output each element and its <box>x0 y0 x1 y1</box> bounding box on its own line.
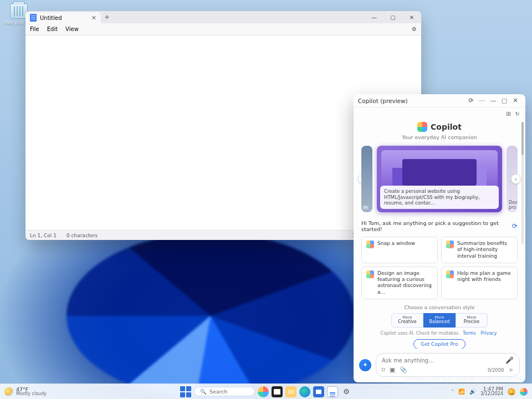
taskbar-search[interactable]: 🔍 Search <box>194 387 255 396</box>
tray-overflow-icon[interactable]: ˄ <box>451 389 454 395</box>
copilot-maximize-button[interactable]: ▢ <box>499 97 510 104</box>
menu-file[interactable]: File <box>30 26 39 32</box>
taskbar-notepad-icon[interactable] <box>327 386 338 397</box>
suggestion-icon <box>366 270 374 278</box>
status-char-count: 0 characters <box>66 233 98 238</box>
carousel-card-left-partial[interactable]: de <box>361 146 372 212</box>
menu-edit[interactable]: Edit <box>47 26 58 32</box>
suggestion-label: Design an image featuring a curious astr… <box>377 270 433 295</box>
suggestion-icon <box>446 241 454 248</box>
carousel-main-caption: Create a personal website using HTML/Jav… <box>380 186 499 209</box>
copilot-minimize-button[interactable]: — <box>488 97 499 104</box>
notepad-menubar: File Edit View ⚙ <box>25 23 421 35</box>
style-name: Precise <box>464 319 479 324</box>
suggestion-carousel: ‹ de Create a personal website using HTM… <box>361 146 518 212</box>
taskbar-copilot-icon[interactable] <box>258 386 269 397</box>
plugins-icon[interactable]: ⊞ <box>506 111 510 117</box>
style-top: More <box>456 316 487 320</box>
notepad-tab-title: Untitled <box>40 15 62 21</box>
weather-icon <box>4 387 13 396</box>
copilot-toolbar: ⊞ ↻ <box>354 108 525 120</box>
notepad-tab[interactable]: Untitled ✕ <box>25 12 101 23</box>
conversation-style-label: Choose a conversation style <box>361 305 518 310</box>
taskbar-center: 🔍 Search <box>180 386 352 397</box>
style-top: More <box>424 316 455 320</box>
carousel-right-peek-text: Des pro <box>509 200 517 210</box>
suggestion-label: Summarize benefits of high-intensity int… <box>457 241 513 259</box>
menu-view[interactable]: View <box>65 26 79 32</box>
style-precise[interactable]: More Precise <box>456 313 488 328</box>
get-copilot-pro-button[interactable]: Get Copilot Pro <box>413 339 466 349</box>
new-topic-button[interactable]: ✦ <box>359 359 371 371</box>
settings-gear-icon[interactable]: ⚙ <box>412 26 417 32</box>
search-icon: 🔍 <box>200 388 207 395</box>
evaluation-watermark: Evaluation copy. Build 26080.ge_release.… <box>405 376 525 381</box>
tray-notifications-icon[interactable]: 🔔 <box>508 388 515 396</box>
more-icon[interactable]: ⋯ <box>477 97 488 104</box>
document-icon <box>30 14 37 22</box>
history-icon[interactable]: ↻ <box>515 111 520 117</box>
tray-wifi-icon[interactable]: 📶 <box>458 388 465 395</box>
suggestion-summarize-hiit[interactable]: Summarize benefits of high-intensity int… <box>441 237 518 263</box>
copilot-subtitle: Your everyday AI companion <box>361 134 518 140</box>
microphone-icon[interactable]: 🎤 <box>505 356 514 364</box>
copilot-titlebar[interactable]: Copilot (preview) ⟳ ⋯ — ▢ ✕ <box>354 94 525 108</box>
copilot-close-button[interactable]: ✕ <box>510 97 521 104</box>
copilot-disclaimer: Copilot uses AI. Check for mistakes. Ter… <box>361 331 518 336</box>
taskbar: 47°F Mostly cloudy 🔍 Search ˄ 📶 🔊 1:47 P… <box>0 383 532 399</box>
carousel-card-main[interactable]: Create a personal website using HTML/Jav… <box>377 146 502 212</box>
add-image-icon[interactable]: ▣ <box>390 366 395 374</box>
carousel-left-peek-text: de <box>363 205 369 210</box>
weather-widget[interactable]: 47°F Mostly cloudy <box>4 387 47 397</box>
suggestion-game-night[interactable]: Help me plan a game night with friends <box>441 267 518 299</box>
copilot-logo: Copilot <box>361 122 518 132</box>
tray-clock[interactable]: 1:47 PM 3/12/2024 <box>480 387 503 396</box>
suggestions-refresh-icon[interactable]: ⟳ <box>512 222 518 230</box>
scrollbar[interactable] <box>521 122 524 244</box>
taskbar-explorer-icon[interactable] <box>285 386 296 397</box>
taskbar-store-icon[interactable] <box>313 386 324 397</box>
terms-link[interactable]: Terms <box>463 331 476 336</box>
suggestion-snap-window[interactable]: Snap a window <box>361 237 438 263</box>
ask-input[interactable] <box>382 357 502 364</box>
style-name: Creative <box>398 319 417 324</box>
suggestion-icon <box>446 270 454 278</box>
suggestion-icon <box>366 241 374 248</box>
ask-input-container: 🎤 ⌑ ▣ 📎 0/2000 ➤ <box>376 353 520 377</box>
new-tab-button[interactable]: ＋ <box>101 11 113 23</box>
send-icon[interactable]: ➤ <box>509 366 514 374</box>
close-tab-icon[interactable]: ✕ <box>91 14 96 22</box>
copilot-brand-text: Copilot <box>431 122 462 131</box>
taskbar-edge-icon[interactable] <box>299 386 310 397</box>
taskbar-taskview-icon[interactable] <box>272 386 283 397</box>
taskbar-settings-icon[interactable] <box>341 386 352 397</box>
tray-volume-icon[interactable]: 🔊 <box>469 388 476 395</box>
carousel-next-button[interactable]: › <box>511 174 521 184</box>
copilot-logo-icon <box>417 122 427 132</box>
disclaimer-text: Copilot uses AI. Check for mistakes. <box>381 331 460 336</box>
tray-copilot-icon[interactable] <box>520 388 528 396</box>
start-button[interactable] <box>180 386 191 397</box>
search-placeholder: Search <box>209 388 228 395</box>
close-window-button[interactable]: ✕ <box>402 11 421 23</box>
attachment-icon[interactable]: 📎 <box>400 366 407 374</box>
copilot-title-text: Copilot (preview) <box>358 98 408 104</box>
refresh-icon[interactable]: ⟳ <box>466 97 477 104</box>
copilot-window: Copilot (preview) ⟳ ⋯ — ▢ ✕ ⊞ ↻ Copilot … <box>354 94 525 382</box>
suggestion-design-astronaut[interactable]: Design an image featuring a curious astr… <box>361 267 438 299</box>
system-tray: ˄ 📶 🔊 1:47 PM 3/12/2024 🔔 <box>451 387 528 396</box>
privacy-link[interactable]: Privacy <box>480 331 497 336</box>
copilot-greeting: Hi Tom, ask me anything or pick a sugges… <box>361 220 509 232</box>
notepad-titlebar[interactable]: Untitled ✕ ＋ — ▢ ✕ <box>25 11 421 23</box>
char-counter: 0/2000 <box>488 367 504 373</box>
minimize-button[interactable]: — <box>365 11 383 23</box>
style-balanced[interactable]: More Balanced <box>423 313 456 328</box>
weather-condition: Mostly cloudy <box>16 392 47 396</box>
style-creative[interactable]: More Creative <box>391 313 423 328</box>
conversation-style-selector: More Creative More Balanced More Precise <box>361 313 518 328</box>
tray-date: 3/12/2024 <box>480 392 503 396</box>
status-cursor-position: Ln 1, Col 1 <box>30 233 57 238</box>
maximize-button[interactable]: ▢ <box>383 11 402 23</box>
image-search-icon[interactable]: ⌑ <box>382 366 385 374</box>
suggestion-label: Snap a window <box>377 241 415 247</box>
